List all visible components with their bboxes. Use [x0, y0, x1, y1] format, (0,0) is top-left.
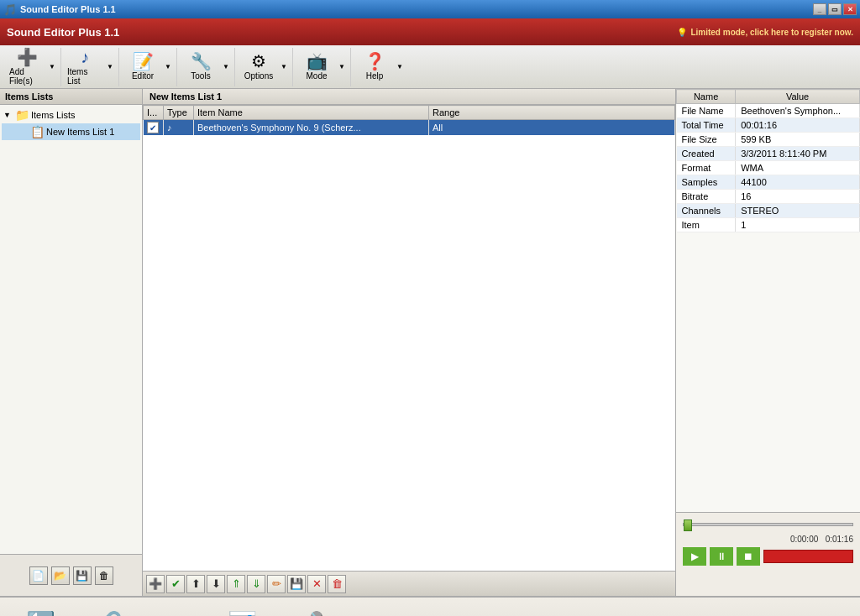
- analyser-button[interactable]: 📊 Analyser: [218, 608, 265, 616]
- cell-type: ♪: [164, 120, 194, 136]
- help-icon: ❓: [364, 53, 385, 70]
- list-move-down-button[interactable]: ⬇: [207, 575, 225, 593]
- title-bar-left: 🎵 Sound Editor Plus 1.1: [3, 3, 116, 16]
- splitter-icon: ✂: [160, 608, 190, 616]
- new-items-list-label: New Items List 1: [46, 127, 114, 137]
- props-row: File Size599 KB: [677, 133, 860, 147]
- sidebar-item-items-lists[interactable]: ▼ 📁 Items Lists: [2, 107, 140, 123]
- app-toolbar-bottom: 🔄 Convert 🔗 Join ✂ Splitter 📊 Analyser 🎤…: [0, 596, 860, 616]
- list-check-button[interactable]: ✔: [166, 575, 185, 593]
- items-list-button[interactable]: ♪ Items List: [65, 50, 105, 85]
- col-type: Type: [164, 106, 194, 120]
- props-row: Samples44100: [677, 175, 860, 190]
- minimize-button[interactable]: _: [813, 3, 826, 15]
- list-edit-button[interactable]: ✏: [267, 575, 286, 593]
- props-row: ChannelsSTEREO: [677, 204, 860, 218]
- items-list-label: Items List: [67, 67, 102, 86]
- prop-value-8: 1: [736, 218, 860, 232]
- prop-name-5: Samples: [677, 175, 736, 190]
- prop-name-4: Format: [677, 161, 736, 175]
- sidebar-btn-1[interactable]: 📄: [29, 566, 48, 585]
- play-button[interactable]: ▶: [683, 547, 706, 566]
- props-table: Name Value File NameBeethoven's Symphon.…: [676, 89, 860, 232]
- expand-icon[interactable]: ▼: [3, 111, 13, 119]
- prop-value-0: Beethoven's Symphon...: [736, 104, 860, 118]
- app-header: Sound Editor Plus 1.1 💡 Limited mode, cl…: [0, 18, 860, 45]
- table-row[interactable]: ✔ ♪ Beethoven's Symphony No. 9 (Scherz..…: [144, 120, 675, 136]
- prop-name-2: File Size: [677, 133, 736, 147]
- props-row: Item1: [677, 218, 860, 232]
- current-time: 0:00:00: [790, 535, 818, 544]
- help-button[interactable]: ❓ Help: [354, 50, 395, 85]
- sidebar-btn-2[interactable]: 📂: [51, 566, 70, 585]
- sidebar-btn-4[interactable]: 🗑: [95, 566, 113, 585]
- editor-dropdown[interactable]: ▼: [163, 50, 173, 85]
- pause-button[interactable]: ⏸: [710, 547, 733, 566]
- convert-button[interactable]: 🔄 Convert: [17, 608, 64, 616]
- help-dropdown[interactable]: ▼: [395, 50, 405, 85]
- sidebar: Items Lists ▼ 📁 Items Lists 📋 New Items …: [0, 89, 143, 596]
- player-slider[interactable]: [683, 523, 853, 526]
- list-move-up-button[interactable]: ⬆: [186, 575, 205, 593]
- list-clear-button[interactable]: 🗑: [328, 575, 346, 593]
- sidebar-btn-3[interactable]: 💾: [73, 566, 92, 585]
- content-header-label: New Items List 1: [149, 91, 222, 102]
- limited-mode-notice[interactable]: 💡 Limited mode, click here to register n…: [677, 28, 853, 37]
- col-name: Item Name: [194, 106, 429, 120]
- items-list-group: ♪ Items List ▼: [61, 48, 119, 86]
- tools-dropdown[interactable]: ▼: [221, 50, 231, 85]
- editor-group: 📝 Editor ▼: [119, 48, 177, 86]
- add-files-button[interactable]: ➕ Add File(s): [7, 50, 47, 85]
- editor-button[interactable]: 📝 Editor: [123, 50, 163, 85]
- restore-button[interactable]: ▭: [828, 3, 842, 15]
- stop-button[interactable]: ⏹: [737, 547, 760, 566]
- close-button[interactable]: ✕: [843, 3, 857, 15]
- prop-name-1: Total Time: [677, 118, 736, 133]
- prop-value-2: 599 KB: [736, 133, 860, 147]
- tools-group: 🔧 Tools ▼: [177, 48, 235, 86]
- sidebar-item-new-items-list[interactable]: 📋 New Items List 1: [2, 123, 140, 140]
- options-button[interactable]: ⚙ Options: [239, 50, 279, 85]
- list-icon: 📋: [30, 125, 45, 138]
- splitter-button[interactable]: ✂ Splitter: [151, 608, 198, 616]
- prop-value-4: WMA: [736, 161, 860, 175]
- expand-icon-sub: [18, 128, 29, 136]
- props-row: Created3/3/2011 8:11:40 PM: [677, 147, 860, 161]
- tools-icon: 🔧: [191, 53, 212, 70]
- cell-checkbox[interactable]: ✔: [144, 120, 164, 136]
- mode-dropdown[interactable]: ▼: [337, 50, 347, 85]
- join-button[interactable]: 🔗 Join: [84, 608, 131, 616]
- prop-name-3: Created: [677, 147, 736, 161]
- props-row: Total Time00:01:16: [677, 118, 860, 133]
- list-delete-button[interactable]: ✕: [307, 575, 326, 593]
- help-group: ❓ Help ▼: [351, 48, 408, 86]
- add-files-dropdown[interactable]: ▼: [47, 50, 57, 85]
- items-list-dropdown[interactable]: ▼: [105, 50, 115, 85]
- col-index: I...: [144, 106, 164, 120]
- col-range: Range: [429, 106, 675, 120]
- props-row: FormatWMA: [677, 161, 860, 175]
- cell-name: Beethoven's Symphony No. 9 (Scherz...: [194, 120, 429, 136]
- list-save-button[interactable]: 💾: [287, 575, 306, 593]
- analyser-icon: 📊: [227, 608, 257, 616]
- recorder-button[interactable]: 🎤 Recorder: [286, 608, 333, 616]
- mode-button[interactable]: 📺 Mode: [296, 50, 337, 85]
- prop-name-8: Item: [677, 218, 736, 232]
- cell-range: All: [429, 120, 675, 136]
- add-files-label: Add File(s): [9, 67, 45, 86]
- tools-button[interactable]: 🔧 Tools: [181, 50, 221, 85]
- options-icon: ⚙: [251, 53, 266, 70]
- add-files-icon: ➕: [17, 49, 38, 65]
- props-col-name: Name: [677, 90, 736, 104]
- app-header-title: Sound Editor Plus 1.1: [7, 26, 119, 39]
- list-add-button[interactable]: ➕: [146, 575, 165, 593]
- list-move-top-button[interactable]: ⇑: [227, 575, 245, 593]
- prop-value-3: 3/3/2011 8:11:40 PM: [736, 147, 860, 161]
- options-dropdown[interactable]: ▼: [279, 50, 289, 85]
- list-move-bottom-button[interactable]: ⇓: [247, 575, 265, 593]
- right-panel: Name Value File NameBeethoven's Symphon.…: [675, 89, 860, 596]
- prop-value-7: STEREO: [736, 204, 860, 218]
- editor-label: Editor: [132, 71, 154, 81]
- props-row: Bitrate16: [677, 190, 860, 204]
- props-col-value: Value: [736, 90, 860, 104]
